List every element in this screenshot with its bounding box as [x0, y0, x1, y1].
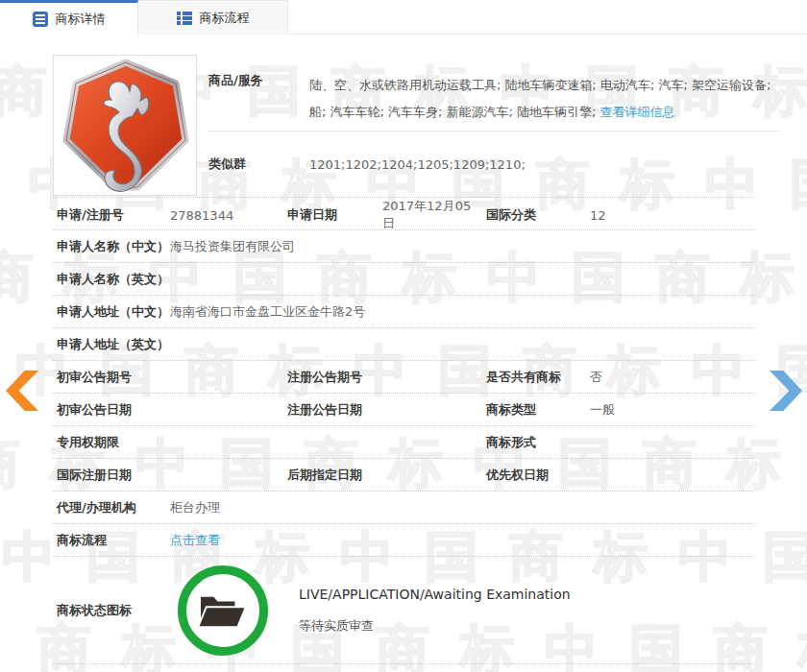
click-to-view-link[interactable]: 点击查看: [170, 533, 220, 547]
watermark-char: 标: [798, 623, 807, 672]
tab-trademark-detail[interactable]: 商标详情: [0, 0, 138, 35]
exclusive-period-label: 专用权期限: [53, 434, 170, 451]
table-row: 商标流程 点击查看: [53, 524, 755, 557]
table-row: 国际注册日期 后期指定日期 优先权日期: [53, 459, 755, 492]
table-row: 申请人地址（中文） 海南省海口市金盘工业区金牛路2号: [53, 296, 755, 328]
applicant-cn-value: 海马投资集团有限公司: [170, 238, 755, 255]
address-cn-label: 申请人地址（中文）: [53, 303, 170, 321]
status-text: LIVE/APPLICATION/Awaiting Examination 等待…: [299, 587, 571, 635]
later-designation-date-label: 后期指定日期: [283, 467, 382, 484]
status-icon-label: 商标状态图标: [53, 602, 170, 619]
tm-type-label: 商标类型: [482, 401, 590, 419]
applicant-cn-label: 申请人名称（中文）: [53, 238, 170, 255]
table-row: 专用权期限 商标形式: [53, 426, 755, 459]
trademark-logo: [53, 55, 197, 196]
tab-bar: 商标详情 商标流程: [0, 0, 807, 35]
goods-services-label: 商品/服务: [208, 72, 309, 131]
address-en-label: 申请人地址（英文）: [53, 336, 170, 353]
reg-no-value: 27881344: [170, 208, 283, 223]
prev-arrow-button[interactable]: [6, 371, 38, 411]
applicant-en-label: 申请人名称（英文）: [53, 271, 170, 288]
table-row: 申请人名称（中文） 海马投资集团有限公司: [53, 230, 755, 263]
similar-group-label: 类似群: [208, 156, 309, 173]
first-trial-date-label: 初审公告日期: [53, 401, 170, 419]
logo-goods-row: 商品/服务 陆、空、水或铁路用机动运载工具; 陆地车辆变速箱; 电动汽车; 汽车…: [53, 55, 755, 198]
apply-date-label: 申请日期: [283, 206, 382, 224]
similar-group-value: 1201;1202;1204;1205;1209;1210;: [309, 157, 526, 172]
priority-date-label: 优先权日期: [482, 467, 590, 484]
agency-value: 柜台办理: [170, 499, 755, 516]
table-row: 初审公告日期 注册公告日期 商标类型 一般: [53, 394, 755, 426]
watermark-char: 商: [0, 251, 34, 304]
reg-no-label: 申请/注册号: [53, 206, 170, 224]
reg-announce-no-label: 注册公告期号: [283, 369, 382, 386]
tm-form-label: 商标形式: [482, 434, 590, 451]
status-badge: [178, 565, 268, 656]
table-row: 初审公告期号 注册公告期号 是否共有商标 否: [53, 361, 755, 394]
table-row: 申请人地址（英文）: [53, 328, 755, 361]
watermark-char: 商: [0, 64, 47, 118]
intl-class-value: 12: [590, 208, 755, 223]
open-folder-icon: [196, 589, 250, 632]
tm-process-label: 商标流程: [53, 532, 170, 549]
status-row: 商标状态图标 LIVE/APPLICATION/Awaiting Examina…: [53, 557, 755, 664]
view-details-link[interactable]: 查看详细信息: [600, 105, 675, 119]
status-line2: 等待实质审查: [299, 617, 571, 635]
reg-announce-date-label: 注册公告日期: [283, 401, 382, 419]
trademark-detail-panel: 商品/服务 陆、空、水或铁路用机动运载工具; 陆地车辆变速箱; 电动汽车; 汽车…: [53, 55, 755, 664]
goods-services-row: 商品/服务 陆、空、水或铁路用机动运载工具; 陆地车辆变速箱; 电动汽车; 汽车…: [208, 55, 780, 132]
watermark-char: 商: [0, 437, 20, 491]
goods-services-value: 陆、空、水或铁路用机动运载工具; 陆地车辆变速箱; 电动汽车; 汽车; 架空运输…: [309, 72, 780, 131]
table-row: 申请人名称（英文）: [53, 263, 755, 296]
agency-label: 代理/办理机构: [53, 499, 170, 516]
status-line1: LIVE/APPLICATION/Awaiting Examination: [299, 587, 571, 602]
address-cn-value: 海南省海口市金盘工业区金牛路2号: [170, 303, 755, 321]
table-row: 申请/注册号 27881344 申请日期 2017年12月05日 国际分类 12: [53, 198, 755, 230]
intl-class-label: 国际分类: [482, 206, 590, 224]
tab-label: 商标详情: [56, 11, 106, 28]
tm-type-value: 一般: [590, 401, 755, 419]
tab-trademark-process[interactable]: 商标流程: [138, 0, 288, 35]
first-trial-no-label: 初审公告期号: [53, 369, 170, 386]
tab-label: 商标流程: [200, 10, 250, 27]
watermark-char: 国: [790, 157, 807, 211]
similar-group-row: 类似群 1201;1202;1204;1205;1209;1210;: [208, 132, 780, 197]
is-shared-value: 否: [590, 369, 755, 386]
next-arrow-button[interactable]: [770, 371, 802, 411]
list-icon: [177, 12, 192, 25]
table-row: 代理/办理机构 柜台办理: [53, 492, 755, 524]
is-shared-label: 是否共有商标: [482, 369, 590, 386]
intl-reg-date-label: 国际注册日期: [53, 467, 170, 484]
apply-date-value: 2017年12月05日: [382, 198, 482, 232]
watermark-char: 国: [763, 530, 807, 584]
watermark-char: 中: [2, 530, 56, 584]
document-lines-icon: [33, 12, 48, 27]
